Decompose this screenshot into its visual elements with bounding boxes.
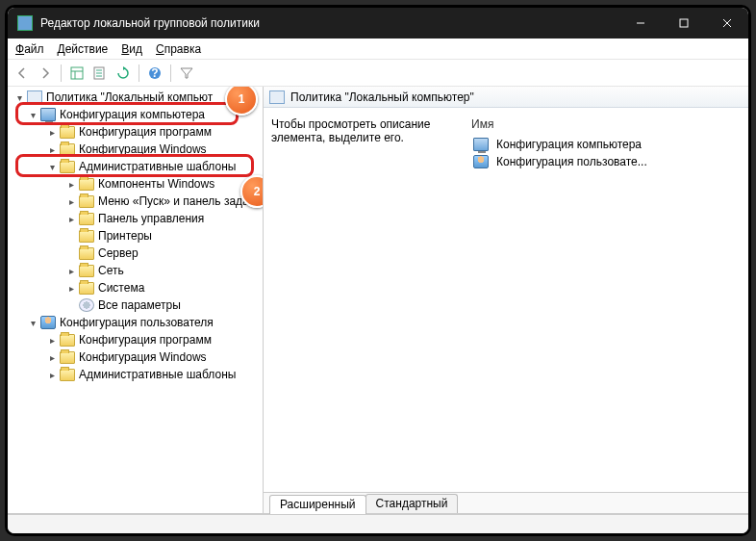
tree-label: Принтеры [98,229,152,243]
help-button[interactable]: ? [144,63,165,84]
tab-extended[interactable]: Расширенный [269,495,366,514]
tree-user-config[interactable]: ▾Конфигурация пользователя [8,314,263,331]
tree-computer-config[interactable]: ▾Конфигурация компьютера [8,106,263,123]
tree-item[interactable]: ▸Компоненты Windows [8,175,263,193]
app-icon [17,15,33,31]
filter-button[interactable] [176,63,197,84]
tree-label: Конфигурация пользователя [60,316,214,329]
window-controls [618,8,748,39]
tree-item[interactable]: ▸Административные шаблоны [8,366,263,383]
computer-icon [40,108,56,121]
badge-text: 2 [254,185,261,198]
tree-label: Конфигурация компьютера [60,108,205,121]
menu-action[interactable]: Действие [58,42,109,56]
folder-icon [79,213,94,225]
tree-item[interactable]: ▸Конфигурация программ [8,331,263,348]
tree-item[interactable]: Сервер [8,245,263,262]
status-bar [8,514,748,533]
folder-icon [79,265,94,277]
window-title: Редактор локальной групповой политики [40,16,260,30]
folder-icon [60,334,75,347]
show-hide-tree-button[interactable] [66,63,88,84]
column-header-name[interactable]: Имя [471,117,741,132]
list-item-label: Конфигурация компьютера [496,138,642,151]
back-button[interactable] [12,63,33,84]
maximize-button[interactable] [662,8,705,39]
description-panel: Чтобы просмотреть описание элемента, выд… [271,117,454,492]
user-icon [473,155,489,168]
minimize-button[interactable] [618,8,662,39]
folder-icon [79,230,94,243]
tree-item[interactable]: Все параметры [8,296,263,314]
menu-file[interactable]: Файл [15,42,44,56]
user-icon [40,316,56,329]
folder-icon [60,143,75,156]
svg-rect-1 [680,19,688,27]
list-item-label: Конфигурация пользовате... [496,155,647,168]
detail-pane: Политика "Локальный компьютер" Чтобы про… [264,87,748,513]
tree-label: Конфигурация программ [79,125,212,139]
tree-label: Компоненты Windows [98,177,214,191]
policy-icon [269,90,285,104]
settings-icon [79,298,94,312]
tree-item[interactable]: ▸Конфигурация Windows [8,348,263,366]
tree-label: Все параметры [98,298,181,312]
svg-text:?: ? [151,66,158,80]
svg-rect-4 [71,67,83,79]
menu-view[interactable]: Вид [121,42,142,56]
tree-label: Конфигурация Windows [79,142,207,156]
list-item[interactable]: Конфигурация пользовате... [471,153,741,170]
description-hint: Чтобы просмотреть описание элемента, выд… [271,117,430,144]
tab-standard[interactable]: Стандартный [365,494,459,513]
folder-icon [60,369,75,381]
tree-label: Панель управления [98,212,204,225]
tree-item[interactable]: ▸Панель управления [8,210,263,227]
items-list: Имя Конфигурация компьютера Конфигурация… [471,117,741,492]
tree-label: Меню «Пуск» и панель зада [98,194,249,208]
list-item[interactable]: Конфигурация компьютера [471,136,741,153]
folder-icon [79,282,94,295]
computer-icon [473,138,489,151]
detail-tabs: Расширенный Стандартный [264,492,748,513]
folder-icon [79,195,94,208]
folder-icon [60,161,75,173]
tree-label: Конфигурация Windows [79,350,207,364]
tree-item[interactable]: Принтеры [8,227,263,245]
tree-label: Административные шаблоны [79,368,236,381]
tree-admin-templates[interactable]: ▾Административные шаблоны [8,158,263,175]
folder-icon [79,247,94,260]
refresh-button[interactable] [113,63,134,84]
tree-label: Сервер [98,246,139,260]
tree-label: Система [98,281,144,295]
tree-label: Сеть [98,264,124,277]
badge-text: 1 [239,92,245,106]
tree-item[interactable]: ▸Система [8,279,263,296]
titlebar: Редактор локальной групповой политики [8,8,748,39]
policy-icon [27,90,42,104]
folder-icon [79,178,94,191]
tree-pane[interactable]: ▾Политика "Локальный компьют ▾Конфигурац… [8,87,264,513]
forward-button[interactable] [35,63,56,84]
tree-label: Административные шаблоны [79,160,236,173]
menu-help[interactable]: Справка [156,42,201,56]
tree-item[interactable]: ▸Конфигурация программ [8,123,263,141]
tree-item[interactable]: ▸Сеть [8,262,263,279]
detail-header: Политика "Локальный компьютер" [264,87,748,108]
tree-item[interactable]: ▸Меню «Пуск» и панель зада [8,193,263,210]
folder-icon [60,126,75,139]
close-button[interactable] [705,8,748,39]
menubar: Файл Действие Вид Справка [8,39,748,60]
tree-label: Конфигурация программ [79,333,212,347]
toolbar: ? [8,60,748,87]
properties-button[interactable] [89,63,111,84]
tree-item[interactable]: ▸Конфигурация Windows [8,141,263,158]
tree-root-label: Политика "Локальный компьют [46,90,213,104]
folder-icon [60,351,75,364]
main-area: ▾Политика "Локальный компьют ▾Конфигурац… [8,87,748,514]
detail-heading-text: Политика "Локальный компьютер" [290,90,474,104]
